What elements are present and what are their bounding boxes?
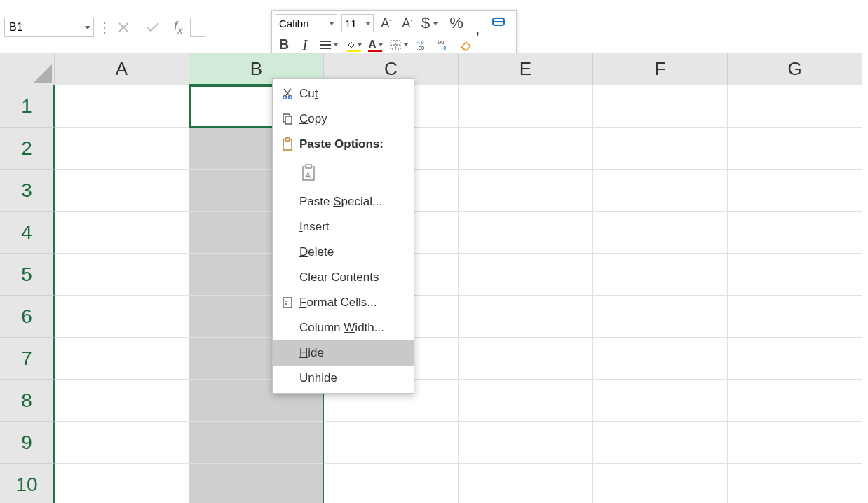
cell-E5[interactable] (459, 254, 593, 296)
ctx-insert[interactable]: Insert (273, 214, 414, 240)
cell-G2[interactable] (728, 128, 862, 170)
comma-style-icon[interactable]: , (469, 19, 486, 36)
cell-G5[interactable] (728, 254, 862, 296)
bold-icon[interactable]: B (276, 36, 292, 53)
ctx-paste-option-button[interactable]: A (273, 157, 414, 189)
name-box-dropdown-icon[interactable] (82, 18, 93, 36)
row-header-9[interactable]: 9 (0, 422, 55, 464)
decrease-decimal-icon[interactable]: .00→0 (437, 36, 454, 53)
row-header-2[interactable]: 2 (0, 128, 55, 170)
fill-color-icon[interactable] (346, 36, 362, 53)
cell-A9[interactable] (55, 422, 189, 464)
cell-E1[interactable] (459, 85, 593, 128)
ctx-clear[interactable]: Clear Contents (273, 265, 414, 290)
font-size-field[interactable] (341, 14, 374, 32)
cell-F10[interactable] (593, 464, 728, 503)
cell-F9[interactable] (593, 422, 728, 464)
ctx-delete[interactable]: Delete (273, 240, 414, 265)
cell-A6[interactable] (55, 296, 189, 338)
cell-E3[interactable] (459, 170, 593, 212)
row-header-5[interactable]: 5 (0, 254, 55, 296)
cell-E10[interactable] (459, 464, 593, 503)
row-header-7[interactable]: 7 (0, 338, 55, 380)
cell-G1[interactable] (728, 85, 862, 128)
insert-function-icon[interactable]: fx (174, 19, 183, 36)
cell-C10[interactable] (324, 464, 459, 503)
row-header-1[interactable]: 1 (0, 85, 55, 128)
ctx-cut[interactable]: Cut (273, 81, 414, 106)
ctx-unhide[interactable]: Unhide (273, 366, 414, 391)
cell-F6[interactable] (593, 296, 728, 338)
cell-G9[interactable] (728, 422, 862, 464)
format-painter-icon[interactable] (490, 15, 507, 32)
cell-E9[interactable] (459, 422, 593, 464)
enter-check-icon[interactable] (144, 19, 161, 36)
row-header-8[interactable]: 8 (0, 380, 55, 422)
cell-F4[interactable] (593, 212, 728, 254)
cell-F2[interactable] (593, 128, 728, 170)
cell-A2[interactable] (55, 128, 189, 170)
cell-G8[interactable] (728, 380, 862, 422)
cell-F7[interactable] (593, 338, 728, 380)
cell-B10[interactable] (189, 464, 324, 503)
cell-F1[interactable] (593, 85, 728, 128)
ctx-paste-hdr[interactable]: Paste Options: (273, 132, 414, 157)
cell-C9[interactable] (324, 422, 459, 464)
column-header-e[interactable]: E (459, 53, 593, 85)
cell-G10[interactable] (728, 464, 862, 503)
italic-icon[interactable]: I (297, 36, 313, 53)
cell-E6[interactable] (459, 296, 593, 338)
align-icon[interactable] (318, 36, 341, 53)
row-header-4[interactable]: 4 (0, 212, 55, 254)
ctx-paste-special[interactable]: Paste Special... (273, 189, 414, 214)
formula-input[interactable] (190, 18, 205, 37)
cell-G7[interactable] (728, 338, 862, 380)
cell-E4[interactable] (459, 212, 593, 254)
cancel-x-icon[interactable] (115, 19, 132, 36)
percent-icon[interactable]: % (448, 15, 465, 32)
row-header-3[interactable]: 3 (0, 170, 55, 212)
increase-decimal-icon[interactable]: ←0.00 (416, 36, 433, 53)
column-header-g[interactable]: G (728, 53, 862, 85)
borders-icon[interactable] (388, 36, 412, 53)
name-box-wrap[interactable] (4, 18, 94, 37)
font-name-field[interactable] (276, 14, 337, 32)
cell-E8[interactable] (459, 380, 593, 422)
decrease-font-icon[interactable]: Aˇ (399, 15, 416, 32)
ctx-hide[interactable]: Hide (273, 340, 414, 366)
cell-A3[interactable] (55, 170, 189, 212)
ctx-format[interactable]: Format Cells... (273, 290, 414, 315)
cell-A4[interactable] (55, 212, 189, 254)
cell-A5[interactable] (55, 254, 189, 296)
cell-F5[interactable] (593, 254, 728, 296)
cell-B9[interactable] (189, 422, 324, 464)
blank (278, 244, 297, 261)
cell-A1[interactable] (55, 85, 189, 128)
cell-G6[interactable] (728, 296, 862, 338)
cell-G4[interactable] (728, 212, 862, 254)
currency-icon[interactable]: $ (420, 15, 444, 32)
column-header-f[interactable]: F (593, 53, 728, 85)
cell-F3[interactable] (593, 170, 728, 212)
increase-font-icon[interactable]: Aˆ (378, 15, 395, 32)
cell-A10[interactable] (55, 464, 189, 503)
cell-E2[interactable] (459, 128, 593, 170)
row-header-6[interactable]: 6 (0, 296, 55, 338)
cell-F8[interactable] (593, 380, 728, 422)
row-header-10[interactable]: 10 (0, 464, 55, 503)
name-box[interactable] (5, 20, 82, 35)
cell-A7[interactable] (55, 338, 189, 380)
ctx-colwidth[interactable]: Column Width... (273, 315, 414, 340)
cell-G3[interactable] (728, 170, 862, 212)
font-color-icon[interactable]: A (367, 36, 384, 53)
font-name-input[interactable] (276, 18, 327, 29)
cell-A8[interactable] (55, 380, 189, 422)
font-name-dropdown-icon[interactable] (327, 22, 337, 25)
clear-format-icon[interactable] (458, 36, 475, 53)
cell-E7[interactable] (459, 338, 593, 380)
font-size-input[interactable] (342, 18, 363, 29)
column-header-a[interactable]: A (55, 53, 189, 85)
select-all-corner[interactable] (0, 53, 55, 85)
font-size-dropdown-icon[interactable] (363, 22, 373, 25)
ctx-copy[interactable]: Copy (273, 106, 414, 132)
